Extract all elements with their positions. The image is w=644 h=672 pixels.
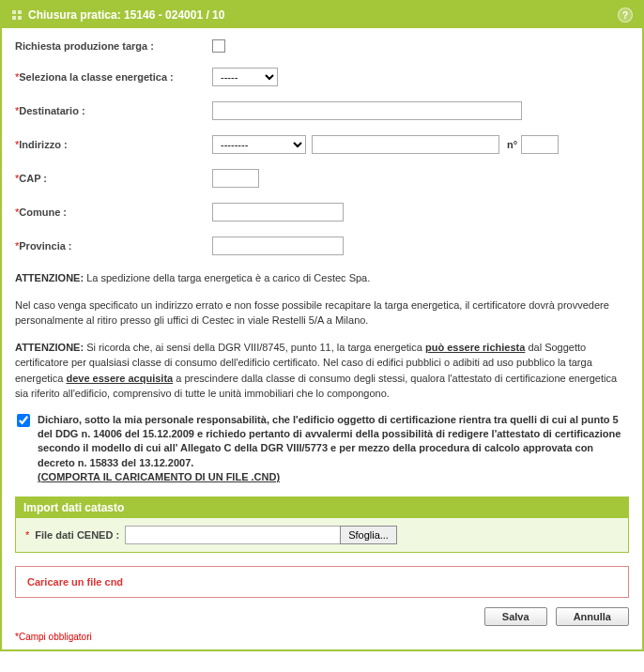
- declaration-text: Dichiaro, sotto la mia personale respons…: [38, 413, 627, 485]
- dialog-title: Chiusura pratica: 15146 - 024001 / 10: [28, 8, 224, 22]
- svg-rect-1: [18, 10, 22, 14]
- info-paragraph-2: Nel caso venga specificato un indirizzo …: [15, 298, 629, 328]
- attenzione-text-1: La spedizione della targa energetica è a…: [84, 272, 370, 283]
- input-indirizzo[interactable]: [312, 135, 499, 154]
- import-header: Import dati catasto: [16, 497, 628, 518]
- select-classe-energetica[interactable]: -----: [212, 68, 278, 86]
- row-provincia: *Provincia :: [15, 237, 629, 255]
- app-icon: [11, 9, 23, 21]
- dialog-content: Richiesta produzione targa : *Seleziona …: [2, 28, 642, 649]
- label-file-cened: File dati CENED :: [35, 529, 119, 541]
- dialog-window: Chiusura pratica: 15146 - 024001 / 10 ? …: [0, 0, 644, 651]
- input-destinatario[interactable]: [212, 101, 522, 120]
- checkbox-declaration[interactable]: [17, 414, 30, 427]
- input-comune[interactable]: [212, 203, 344, 221]
- label-classe: Seleziona la classe energetica :: [19, 71, 173, 83]
- svg-rect-2: [12, 16, 16, 20]
- checkbox-richiesta[interactable]: [212, 39, 225, 53]
- label-destinatario: Destinatario :: [19, 105, 84, 116]
- label-indirizzo: Indirizzo :: [19, 139, 67, 150]
- label-richiesta: Richiesta produzione targa :: [15, 40, 154, 52]
- input-file-path[interactable]: [125, 526, 341, 544]
- svg-rect-0: [12, 10, 16, 14]
- cancel-button[interactable]: Annulla: [556, 607, 629, 626]
- button-row: Salva Annulla: [15, 607, 629, 626]
- browse-button[interactable]: Sfoglia...: [340, 526, 397, 544]
- row-destinatario: *Destinatario :: [15, 101, 629, 120]
- input-cap[interactable]: [212, 169, 259, 188]
- attenzione-bold-2: ATTENZIONE:: [15, 342, 84, 353]
- row-cap: *CAP :: [15, 169, 629, 188]
- label-provincia: Provincia :: [19, 240, 71, 252]
- label-cap: CAP :: [19, 173, 47, 184]
- save-button[interactable]: Salva: [484, 607, 547, 626]
- row-indirizzo: *Indirizzo : -------- n°: [15, 135, 629, 154]
- label-comune: Comune :: [19, 206, 67, 218]
- select-indirizzo-tipo[interactable]: --------: [212, 135, 306, 154]
- row-comune: *Comune :: [15, 203, 629, 221]
- label-numero: n°: [507, 139, 517, 150]
- attenzione-bold-1: ATTENZIONE:: [15, 272, 84, 283]
- info-paragraph-1: ATTENZIONE: La spedizione della targa en…: [15, 270, 629, 286]
- titlebar: Chiusura pratica: 15146 - 024001 / 10 ?: [2, 2, 642, 28]
- import-section: Import dati catasto *File dati CENED : S…: [15, 496, 629, 553]
- input-numero[interactable]: [521, 135, 559, 154]
- row-richiesta: Richiesta produzione targa :: [15, 39, 629, 53]
- row-classe: *Seleziona la classe energetica : -----: [15, 68, 629, 86]
- info-paragraph-3: ATTENZIONE: Si ricorda che, ai sensi del…: [15, 340, 629, 402]
- input-provincia[interactable]: [212, 237, 344, 255]
- help-icon[interactable]: ?: [618, 8, 633, 23]
- footer-required-note: *Campi obbligatori: [15, 632, 629, 642]
- svg-rect-3: [18, 16, 22, 20]
- declaration-row: Dichiaro, sotto la mia personale respons…: [17, 413, 627, 485]
- import-body: *File dati CENED : Sfoglia...: [16, 518, 628, 552]
- error-message: Caricare un file cnd: [15, 566, 629, 598]
